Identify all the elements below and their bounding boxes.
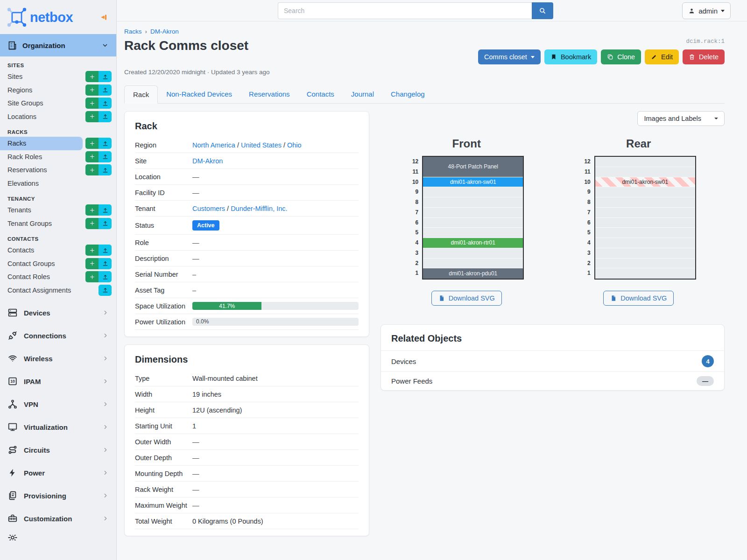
tab-changelog[interactable]: Changelog (382, 85, 433, 104)
sidebar-item-regions[interactable]: Regions (0, 84, 116, 97)
sidebar-item-label[interactable]: Regions (0, 84, 83, 97)
rack-device-dmi01-akron-sw01[interactable]: dmi01-akron-sw01 (595, 177, 695, 188)
sidebar-menu-customization[interactable]: Customization (0, 511, 116, 525)
add-button[interactable] (85, 204, 99, 216)
add-button[interactable] (85, 138, 99, 149)
link-north-america[interactable]: North America (192, 141, 235, 149)
sidebar-menu-ipam[interactable]: 10 IPAM (0, 374, 116, 388)
search-button[interactable] (532, 2, 553, 19)
sidebar-item-label[interactable]: Tenant Groups (0, 217, 83, 231)
import-button[interactable] (99, 71, 112, 82)
add-button[interactable] (85, 111, 99, 122)
delete-button[interactable]: Delete (683, 49, 725, 64)
sidebar-item-label[interactable]: Tenants (0, 203, 83, 217)
rack-device-dmi01-akron-pdu01[interactable]: dmi01-akron-pdu01 (423, 268, 523, 279)
sidebar-item-site-groups[interactable]: Site Groups (0, 97, 116, 110)
sidebar-item-label[interactable]: Contact Assignments (0, 284, 96, 297)
link-dunder-mifflin-inc[interactable]: Dunder-Mifflin, Inc. (231, 205, 287, 212)
download-svg-button-front[interactable]: Download SVG (431, 291, 502, 306)
add-button[interactable] (85, 258, 99, 269)
sidebar-item-contact-assignments[interactable]: Contact Assignments (0, 284, 116, 297)
row-label: Mounting Depth (135, 470, 192, 477)
link-united-states[interactable]: United States (241, 141, 282, 149)
tab-non-racked-devices[interactable]: Non-Racked Devices (158, 85, 240, 104)
sidebar-item-label[interactable]: Sites (0, 70, 83, 84)
import-button[interactable] (99, 84, 112, 96)
sidebar-item-elevations[interactable]: Elevations (0, 177, 116, 190)
add-button[interactable] (85, 271, 99, 282)
search-input[interactable] (278, 2, 532, 19)
add-button[interactable] (85, 218, 99, 229)
sidebar-menu-virtualization[interactable]: Virtualization (0, 420, 116, 434)
tab-rack[interactable]: Rack (124, 85, 158, 104)
related-row-power-feeds[interactable]: Power Feeds— (381, 371, 724, 390)
sidebar-menu-circuits[interactable]: Circuits (0, 443, 116, 457)
sidebar-menu-power[interactable]: Power (0, 466, 116, 480)
sidebar-item-rack-roles[interactable]: Rack Roles (0, 150, 116, 164)
sidebar-menu-gear[interactable] (0, 535, 116, 540)
rack-device-dmi01-akron-sw01[interactable]: dmi01-akron-sw01 (423, 177, 523, 188)
link-customers[interactable]: Customers (192, 205, 225, 212)
tab-contacts[interactable]: Contacts (298, 85, 343, 104)
download-svg-button-rear[interactable]: Download SVG (603, 291, 674, 306)
sidebar-menu-connections[interactable]: Connections (0, 329, 116, 343)
sidebar-menu-wireless[interactable]: Wireless (0, 351, 116, 365)
sidebar-item-contact-groups[interactable]: Contact Groups (0, 257, 116, 271)
sidebar-item-contact-roles[interactable]: Contact Roles (0, 270, 116, 284)
add-button[interactable] (85, 98, 99, 109)
breadcrumb-link-dm-akron[interactable]: DM-Akron (150, 28, 179, 35)
import-button[interactable] (99, 285, 112, 296)
sidebar-menu-provisioning[interactable]: Provisioning (0, 489, 116, 503)
link-dm-akron[interactable]: DM-Akron (192, 157, 223, 165)
user-menu-button[interactable]: admin (682, 2, 731, 19)
rack-device-dmi01-akron-rtr01[interactable]: dmi01-akron-rtr01 (423, 238, 523, 248)
pin-sidebar-icon[interactable] (99, 13, 109, 22)
sidebar-item-label[interactable]: Reservations (0, 163, 83, 177)
add-button[interactable] (85, 151, 99, 162)
sidebar-item-label[interactable]: Rack Roles (0, 150, 83, 164)
add-button[interactable] (85, 71, 99, 82)
import-button[interactable] (99, 245, 112, 256)
breadcrumb-link-racks[interactable]: Racks (124, 28, 142, 35)
import-button[interactable] (99, 204, 112, 216)
link-ohio[interactable]: Ohio (287, 141, 302, 149)
sidebar-item-label[interactable]: Elevations (0, 177, 109, 190)
context-dropdown-button[interactable]: Comms closet (478, 49, 541, 64)
sidebar-menu-vpn[interactable]: VPN (0, 397, 116, 411)
sidebar-item-racks[interactable]: Racks (0, 137, 116, 150)
sidebar-item-tenants[interactable]: Tenants (0, 203, 116, 217)
sidebar-item-contacts[interactable]: Contacts (0, 244, 116, 257)
sidebar-item-label[interactable]: Locations (0, 110, 83, 124)
sidebar-item-label[interactable]: Racks (0, 137, 83, 150)
sidebar-item-sites[interactable]: Sites (0, 70, 116, 84)
rack-device-48-port-patch-panel[interactable]: 48-Port Patch Panel (423, 157, 523, 177)
related-row-devices[interactable]: Devices4 (381, 350, 724, 371)
bookmark-button[interactable]: Bookmark (544, 49, 597, 64)
sidebar-menu-devices[interactable]: Devices (0, 306, 116, 320)
add-button[interactable] (85, 84, 99, 96)
import-button[interactable] (99, 151, 112, 162)
import-button[interactable] (99, 164, 112, 175)
sidebar-item-label[interactable]: Site Groups (0, 97, 83, 110)
sidebar-item-label[interactable]: Contacts (0, 244, 83, 257)
edit-button[interactable]: Edit (645, 49, 679, 64)
sidebar-menu-organization[interactable]: Organization (0, 34, 116, 56)
logo[interactable]: netbox (0, 0, 116, 33)
import-button[interactable] (99, 271, 112, 282)
clone-button[interactable]: Clone (601, 49, 641, 64)
import-button[interactable] (99, 138, 112, 149)
add-button[interactable] (85, 245, 99, 256)
sidebar-item-tenant-groups[interactable]: Tenant Groups (0, 217, 116, 231)
add-button[interactable] (85, 164, 99, 175)
sidebar-item-label[interactable]: Contact Roles (0, 270, 83, 284)
import-button[interactable] (99, 111, 112, 122)
sidebar-item-reservations[interactable]: Reservations (0, 163, 116, 177)
tab-journal[interactable]: Journal (343, 85, 382, 104)
import-button[interactable] (99, 258, 112, 269)
tab-reservations[interactable]: Reservations (240, 85, 298, 104)
import-button[interactable] (99, 218, 112, 229)
sidebar-item-label[interactable]: Contact Groups (0, 257, 83, 271)
sidebar-item-locations[interactable]: Locations (0, 110, 116, 124)
import-button[interactable] (99, 98, 112, 109)
elevation-view-select[interactable]: Images and Labels (637, 111, 725, 126)
